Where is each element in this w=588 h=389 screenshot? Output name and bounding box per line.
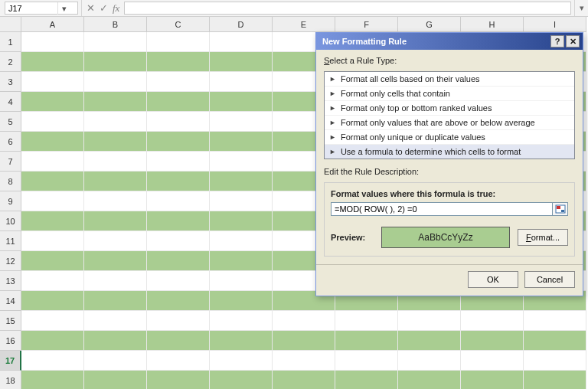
grid-cell[interactable] (21, 52, 84, 72)
row-header[interactable]: 3 (0, 72, 21, 92)
column-header[interactable]: F (335, 17, 398, 32)
row-header[interactable]: 10 (0, 211, 21, 231)
grid-cell[interactable] (21, 132, 84, 152)
column-header[interactable]: H (461, 17, 524, 32)
column-header[interactable]: D (210, 17, 273, 32)
grid-cell[interactable] (84, 172, 147, 191)
row-header[interactable]: 7 (0, 152, 21, 172)
grid-cell[interactable] (210, 271, 273, 291)
name-box[interactable]: ▾ (5, 2, 78, 15)
formula-input-wrap[interactable] (124, 2, 571, 15)
grid-cell[interactable] (84, 371, 147, 389)
column-header[interactable]: B (84, 17, 147, 32)
grid-cell[interactable] (84, 112, 147, 132)
grid-cell[interactable] (210, 132, 273, 152)
grid-cell[interactable] (335, 331, 398, 351)
grid-cell[interactable] (524, 351, 586, 371)
grid-cell[interactable] (335, 371, 398, 389)
grid-cell[interactable] (398, 371, 461, 389)
rule-type-item[interactable]: ►Format only cells that contain (325, 87, 574, 101)
row-header[interactable]: 5 (0, 112, 21, 132)
row-header[interactable]: 1 (0, 32, 21, 52)
grid-cell[interactable] (461, 311, 524, 331)
cancel-button[interactable]: Cancel (524, 271, 575, 288)
grid-cell[interactable] (84, 72, 147, 92)
row-header[interactable]: 16 (0, 331, 21, 351)
name-box-dropdown-icon[interactable]: ▾ (57, 2, 70, 15)
grid-cell[interactable] (147, 371, 210, 389)
grid-cell[interactable] (147, 112, 210, 132)
grid-cell[interactable] (335, 311, 398, 331)
grid-cell[interactable] (84, 311, 147, 331)
row-header[interactable]: 8 (0, 172, 21, 191)
grid-cell[interactable] (147, 331, 210, 351)
grid-cell[interactable] (147, 52, 210, 72)
grid-cell[interactable] (21, 92, 84, 112)
grid-cell[interactable] (210, 251, 273, 271)
row-header[interactable]: 11 (0, 231, 21, 251)
grid-cell[interactable] (147, 172, 210, 191)
rule-type-list[interactable]: ►Format all cells based on their values►… (324, 71, 575, 159)
grid-cell[interactable] (147, 231, 210, 251)
grid-cell[interactable] (147, 271, 210, 291)
grid-cell[interactable] (398, 331, 461, 351)
grid-cell[interactable] (147, 251, 210, 271)
rule-type-item[interactable]: ►Format only unique or duplicate values (325, 130, 574, 145)
select-all-corner[interactable] (0, 17, 21, 32)
grid-cell[interactable] (210, 231, 273, 251)
grid-cell[interactable] (84, 92, 147, 112)
grid-cell[interactable] (335, 351, 398, 371)
grid-cell[interactable] (147, 211, 210, 231)
row-header[interactable]: 9 (0, 191, 21, 211)
grid-cell[interactable] (210, 152, 273, 172)
grid-cell[interactable] (273, 351, 335, 371)
grid-cell[interactable] (398, 311, 461, 331)
format-button[interactable]: Format... (518, 229, 568, 246)
grid-cell[interactable] (210, 351, 273, 371)
grid-cell[interactable] (210, 311, 273, 331)
grid-cell[interactable] (84, 211, 147, 231)
row-header[interactable]: 6 (0, 132, 21, 152)
cancel-formula-icon[interactable]: ✕ (87, 0, 95, 17)
grid-cell[interactable] (84, 132, 147, 152)
row-header[interactable]: 12 (0, 251, 21, 271)
grid-cell[interactable] (21, 371, 84, 389)
grid-cell[interactable] (524, 371, 586, 389)
grid-cell[interactable] (21, 311, 84, 331)
formula-input[interactable] (128, 2, 567, 13)
grid-cell[interactable] (84, 351, 147, 371)
grid-cell[interactable] (84, 191, 147, 211)
close-button[interactable]: ✕ (566, 35, 580, 47)
expand-formula-bar-icon[interactable]: ▾ (574, 0, 588, 16)
grid-cell[interactable] (147, 152, 210, 172)
grid-cell[interactable] (21, 72, 84, 92)
grid-cell[interactable] (84, 251, 147, 271)
grid-cell[interactable] (210, 112, 273, 132)
grid-cell[interactable] (84, 52, 147, 72)
row-header[interactable]: 18 (0, 371, 21, 389)
grid-cell[interactable] (21, 331, 84, 351)
column-header[interactable]: A (21, 17, 84, 32)
row-header[interactable]: 17 (0, 351, 21, 371)
grid-cell[interactable] (84, 271, 147, 291)
grid-cell[interactable] (147, 311, 210, 331)
grid-cell[interactable] (21, 351, 84, 371)
grid-cell[interactable] (461, 371, 524, 389)
grid-cell[interactable] (147, 92, 210, 112)
confirm-formula-icon[interactable]: ✓ (100, 0, 108, 17)
grid-cell[interactable] (21, 191, 84, 211)
range-selector-icon[interactable] (553, 202, 568, 216)
grid-cell[interactable] (273, 331, 335, 351)
grid-cell[interactable] (147, 351, 210, 371)
rule-type-item[interactable]: ►Format only top or bottom ranked values (325, 101, 574, 116)
row-header[interactable]: 14 (0, 291, 21, 311)
grid-cell[interactable] (21, 271, 84, 291)
rule-type-item[interactable]: ►Format only values that are above or be… (325, 116, 574, 130)
row-header[interactable]: 2 (0, 52, 21, 72)
grid-cell[interactable] (524, 331, 586, 351)
grid-cell[interactable] (147, 132, 210, 152)
grid-cell[interactable] (84, 152, 147, 172)
grid-cell[interactable] (398, 351, 461, 371)
column-header[interactable]: C (147, 17, 210, 32)
grid-cell[interactable] (147, 72, 210, 92)
